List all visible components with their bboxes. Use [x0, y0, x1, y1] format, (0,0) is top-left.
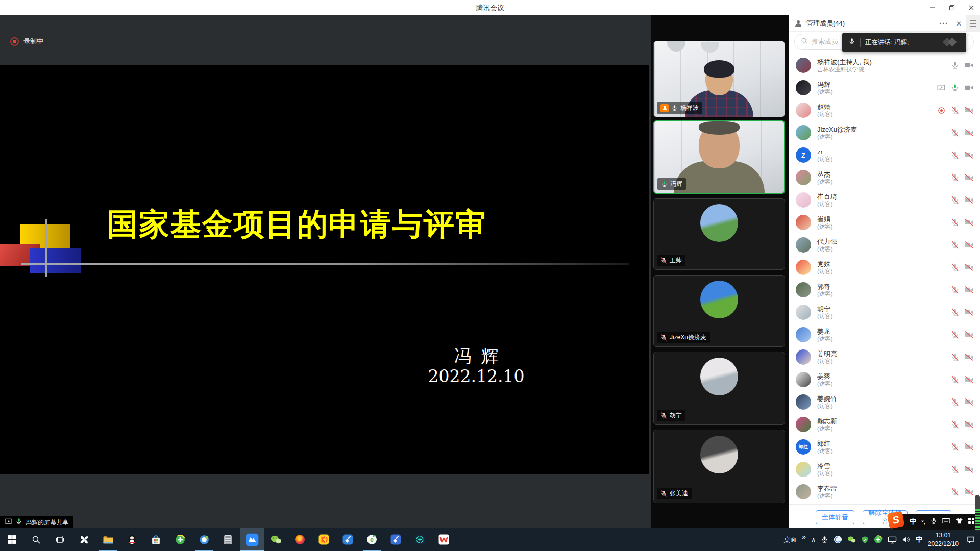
- tray-ime-mode[interactable]: 中: [916, 535, 923, 544]
- action-center-icon[interactable]: [967, 536, 975, 543]
- participant-mic-icon[interactable]: [951, 196, 959, 204]
- ime-voice-icon[interactable]: [930, 517, 937, 527]
- taskbar-qq-icon[interactable]: [120, 528, 144, 551]
- tray-360-icon[interactable]: [874, 535, 883, 544]
- participant-sharing-icon[interactable]: [937, 84, 945, 92]
- participant-camera-icon[interactable]: [965, 219, 973, 226]
- participant-mic-icon[interactable]: [951, 218, 959, 227]
- participant-row[interactable]: 郎红郎红(访客): [789, 436, 980, 458]
- participant-mic-icon[interactable]: [951, 488, 959, 496]
- participant-row[interactable]: 鞠志新(访客): [789, 413, 980, 436]
- participant-mic-icon[interactable]: [951, 129, 959, 137]
- participant-row[interactable]: 冯辉(访客): [789, 77, 980, 99]
- participant-camera-icon[interactable]: [965, 331, 973, 338]
- tray-volume-icon[interactable]: [902, 536, 911, 543]
- tray-pc-manager-icon[interactable]: [834, 535, 842, 544]
- participant-camera-icon[interactable]: [965, 398, 973, 406]
- participant-row[interactable]: 杨祥波(主持人, 我)吉林农业科技学院: [789, 54, 980, 77]
- ime-logo-icon[interactable]: S: [887, 511, 905, 529]
- taskbar-cleaner-2-icon[interactable]: [384, 528, 408, 551]
- ime-mode-icon[interactable]: 中: [910, 517, 917, 527]
- participant-row[interactable]: 党姝(访客): [789, 256, 980, 279]
- taskbar-safe-360-icon[interactable]: [168, 528, 192, 551]
- participant-camera-icon[interactable]: [965, 241, 973, 248]
- participant-row[interactable]: JizeXu徐济麦(访客): [789, 121, 980, 144]
- participant-row[interactable]: 姜爽(访客): [789, 368, 980, 391]
- taskbar-file-explorer-icon[interactable]: [96, 528, 120, 551]
- taskbar-teal-app-icon[interactable]: [408, 528, 432, 551]
- participant-mic-icon[interactable]: [951, 331, 959, 339]
- participant-mic-icon[interactable]: [951, 106, 959, 114]
- participant-camera-icon[interactable]: [965, 62, 973, 69]
- taskbar-cleaner-icon[interactable]: [336, 528, 360, 551]
- participant-camera-icon[interactable]: [965, 196, 973, 204]
- ime-skin-icon[interactable]: [955, 517, 963, 527]
- taskbar-e-browser-icon[interactable]: e: [360, 528, 384, 551]
- participant-mic-icon[interactable]: [951, 173, 959, 182]
- participant-mic-icon[interactable]: [951, 353, 959, 361]
- minimize-button[interactable]: [929, 4, 936, 11]
- tray-display-icon[interactable]: [888, 536, 897, 544]
- taskbar-ms-store-icon[interactable]: [144, 528, 168, 551]
- taskbar-pinwheel-app-icon[interactable]: [72, 528, 96, 551]
- video-tile[interactable]: 王帅: [653, 198, 785, 270]
- taskbar-start-icon[interactable]: [0, 528, 24, 551]
- participant-camera-icon[interactable]: [965, 488, 973, 495]
- participant-mic-icon[interactable]: [951, 465, 959, 473]
- panel-collapse-icon[interactable]: [966, 15, 980, 32]
- desktop-peek-label[interactable]: 桌面: [778, 535, 797, 544]
- participant-row[interactable]: 丛杰(访客): [789, 166, 980, 189]
- participant-camera-icon[interactable]: [965, 84, 973, 91]
- participant-mic-icon[interactable]: [951, 241, 959, 249]
- participant-mic-icon[interactable]: [951, 61, 959, 69]
- taskbar-task-view-icon[interactable]: [48, 528, 72, 551]
- participant-camera-icon[interactable]: [965, 286, 973, 293]
- participant-mic-icon[interactable]: [951, 84, 959, 92]
- participant-camera-icon[interactable]: [965, 107, 973, 114]
- participant-mic-icon[interactable]: [951, 375, 959, 384]
- panel-more-icon[interactable]: ···: [939, 21, 948, 26]
- ime-toolbox-icon[interactable]: [968, 517, 975, 527]
- participant-row[interactable]: Zzr(访客): [789, 144, 980, 166]
- participant-mic-icon[interactable]: [951, 308, 959, 316]
- participant-recording-icon[interactable]: [938, 107, 945, 114]
- participant-row[interactable]: 李春雷(访客): [789, 481, 980, 503]
- restore-button[interactable]: [948, 4, 955, 11]
- tray-clock[interactable]: 13:01 2022/12/10: [928, 531, 959, 547]
- participant-row[interactable]: 郭奇(访客): [789, 279, 980, 301]
- participant-mic-icon[interactable]: [951, 286, 959, 294]
- video-tile[interactable]: 杨祥波: [653, 41, 785, 117]
- tray-chevron-icon[interactable]: ∧: [811, 536, 816, 543]
- taskbar-kingsoft-k-icon[interactable]: [312, 528, 336, 551]
- participant-row[interactable]: 冷雪(访客): [789, 458, 980, 481]
- video-tile[interactable]: JizeXu徐济麦: [653, 275, 785, 347]
- participant-row[interactable]: 姜明亮(访客): [789, 346, 980, 368]
- tray-shield-icon[interactable]: [861, 536, 869, 544]
- participant-mic-icon[interactable]: [951, 420, 959, 429]
- participant-camera-icon[interactable]: [965, 309, 973, 316]
- participant-row[interactable]: 代力强(访客): [789, 234, 980, 256]
- participant-row[interactable]: 赵靖(访客): [789, 99, 980, 121]
- participant-mic-icon[interactable]: [951, 151, 959, 159]
- participant-mic-icon[interactable]: [951, 263, 959, 271]
- tray-overflow-icon[interactable]: »: [802, 533, 806, 541]
- participant-row[interactable]: 崔百琦(访客): [789, 189, 980, 211]
- participant-camera-icon[interactable]: [965, 466, 973, 473]
- participant-row[interactable]: 崔娟(访客): [789, 211, 980, 234]
- taskbar-tencent-meeting-icon[interactable]: [240, 528, 264, 551]
- participant-camera-icon[interactable]: [965, 376, 973, 383]
- video-tile[interactable]: 冯辉: [653, 120, 785, 194]
- taskbar-calculator-icon[interactable]: [216, 528, 240, 551]
- tray-mic-icon[interactable]: [821, 536, 828, 543]
- video-tile[interactable]: 张美迪: [653, 430, 785, 503]
- taskbar-firefox-icon[interactable]: [288, 528, 312, 551]
- close-button[interactable]: [968, 4, 975, 11]
- taskbar-tim-icon[interactable]: [192, 528, 216, 551]
- ime-punctuation-icon[interactable]: °,: [921, 519, 925, 525]
- participant-row[interactable]: 姜婉竹(访客): [789, 391, 980, 413]
- participant-camera-icon[interactable]: [965, 152, 973, 159]
- ime-keyboard-icon[interactable]: [942, 517, 950, 527]
- participant-row[interactable]: 胡宁(访客): [789, 301, 980, 323]
- participant-camera-icon[interactable]: [965, 129, 973, 136]
- mute-all-button[interactable]: 全体静音: [816, 510, 854, 524]
